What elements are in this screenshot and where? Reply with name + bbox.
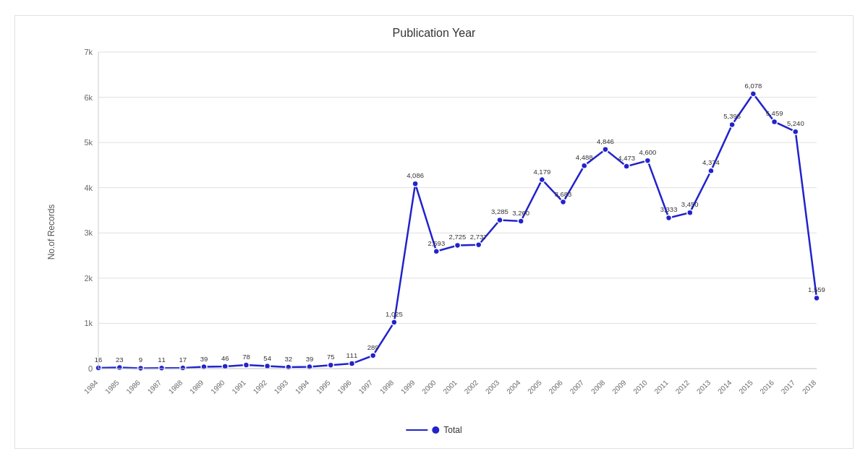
svg-text:1985: 1985: [103, 378, 121, 395]
svg-point-105: [666, 215, 672, 220]
svg-point-87: [476, 242, 482, 248]
svg-text:23: 23: [116, 356, 124, 364]
svg-point-81: [412, 181, 418, 186]
svg-text:75: 75: [327, 353, 335, 361]
svg-point-75: [349, 361, 354, 366]
svg-text:2000: 2000: [420, 378, 438, 395]
svg-text:1986: 1986: [124, 378, 142, 395]
svg-text:1997: 1997: [357, 378, 375, 395]
legend-line: [406, 429, 427, 431]
svg-text:1996: 1996: [336, 378, 353, 395]
svg-text:1994: 1994: [294, 378, 311, 395]
svg-text:3,260: 3,260: [512, 209, 529, 217]
svg-point-79: [391, 319, 397, 325]
svg-text:3k: 3k: [84, 228, 93, 237]
svg-text:7k: 7k: [84, 48, 93, 56]
svg-point-103: [644, 158, 650, 163]
legend-dot: [432, 426, 439, 434]
svg-point-73: [328, 362, 333, 368]
y-axis-label: No.of Records: [46, 205, 56, 260]
legend-label: Total: [443, 425, 461, 435]
svg-text:2007: 2007: [569, 378, 586, 395]
svg-point-89: [497, 217, 503, 223]
svg-text:2004: 2004: [505, 378, 522, 395]
svg-point-97: [582, 163, 587, 168]
svg-text:4,374: 4,374: [702, 158, 720, 166]
svg-point-83: [433, 249, 439, 254]
svg-text:2005: 2005: [526, 378, 543, 395]
svg-text:11: 11: [158, 356, 166, 364]
svg-text:1989: 1989: [188, 378, 205, 395]
svg-text:2017: 2017: [780, 378, 797, 395]
svg-text:1,025: 1,025: [386, 310, 403, 318]
svg-point-119: [814, 295, 820, 301]
svg-text:4,473: 4,473: [618, 154, 635, 162]
svg-text:289: 289: [367, 343, 379, 351]
svg-text:2009: 2009: [610, 378, 628, 395]
svg-point-107: [687, 210, 693, 215]
svg-text:9: 9: [139, 356, 142, 364]
svg-text:46: 46: [221, 354, 229, 362]
svg-point-101: [624, 163, 629, 169]
svg-text:2k: 2k: [84, 274, 93, 283]
svg-text:1990: 1990: [209, 378, 226, 395]
svg-point-59: [180, 365, 186, 371]
svg-text:1998: 1998: [378, 378, 396, 395]
svg-text:5,240: 5,240: [787, 119, 804, 127]
svg-text:4,086: 4,086: [407, 171, 424, 179]
svg-text:4k: 4k: [84, 184, 93, 192]
svg-point-85: [455, 242, 461, 248]
svg-text:2006: 2006: [547, 378, 564, 395]
svg-text:54: 54: [263, 354, 271, 362]
svg-text:1988: 1988: [167, 378, 184, 395]
svg-text:17: 17: [179, 356, 187, 364]
svg-text:39: 39: [306, 355, 314, 363]
svg-text:1999: 1999: [399, 378, 417, 395]
svg-text:3,683: 3,683: [555, 190, 572, 198]
svg-text:2016: 2016: [758, 378, 775, 395]
svg-text:78: 78: [242, 353, 250, 361]
svg-text:5,395: 5,395: [723, 112, 741, 120]
svg-text:2015: 2015: [737, 378, 754, 395]
svg-text:2012: 2012: [674, 378, 692, 395]
svg-point-115: [772, 119, 778, 124]
svg-text:2,737: 2,737: [470, 233, 488, 241]
svg-text:5k: 5k: [84, 138, 93, 147]
svg-text:4,846: 4,846: [597, 137, 614, 145]
svg-point-109: [708, 168, 714, 173]
svg-point-111: [729, 121, 735, 127]
svg-point-93: [539, 177, 545, 183]
chart-svg: 01k2k3k4k5k6k7k1984198519861987198819891…: [66, 45, 831, 398]
svg-text:1995: 1995: [315, 378, 332, 395]
svg-point-67: [265, 364, 271, 369]
svg-text:2014: 2014: [716, 378, 733, 395]
svg-point-113: [750, 91, 756, 97]
svg-text:2011: 2011: [652, 378, 670, 395]
svg-text:2,725: 2,725: [449, 233, 467, 241]
svg-point-91: [518, 218, 524, 224]
svg-point-55: [137, 365, 143, 371]
svg-text:1984: 1984: [82, 378, 100, 395]
svg-text:1987: 1987: [146, 378, 163, 395]
svg-text:4,600: 4,600: [639, 148, 656, 156]
svg-text:2013: 2013: [695, 378, 712, 395]
svg-text:2002: 2002: [463, 378, 480, 395]
svg-text:1k: 1k: [84, 319, 93, 327]
svg-text:2008: 2008: [590, 378, 607, 395]
svg-text:111: 111: [346, 351, 358, 359]
chart-title: Publication Year: [15, 27, 853, 40]
svg-point-99: [603, 147, 608, 152]
chart-container: Publication Year No.of Records 01k2k3k4k…: [14, 15, 854, 449]
svg-point-57: [159, 365, 165, 371]
svg-text:3,450: 3,450: [681, 200, 699, 208]
svg-text:2,593: 2,593: [427, 239, 445, 247]
svg-text:1993: 1993: [273, 378, 290, 395]
svg-text:3,285: 3,285: [491, 207, 509, 215]
svg-text:32: 32: [285, 355, 293, 363]
svg-text:1,559: 1,559: [808, 285, 825, 293]
svg-text:2001: 2001: [441, 378, 459, 395]
svg-text:39: 39: [200, 355, 208, 363]
svg-text:2003: 2003: [484, 378, 501, 395]
svg-text:4,179: 4,179: [533, 168, 550, 176]
svg-point-117: [793, 129, 799, 134]
